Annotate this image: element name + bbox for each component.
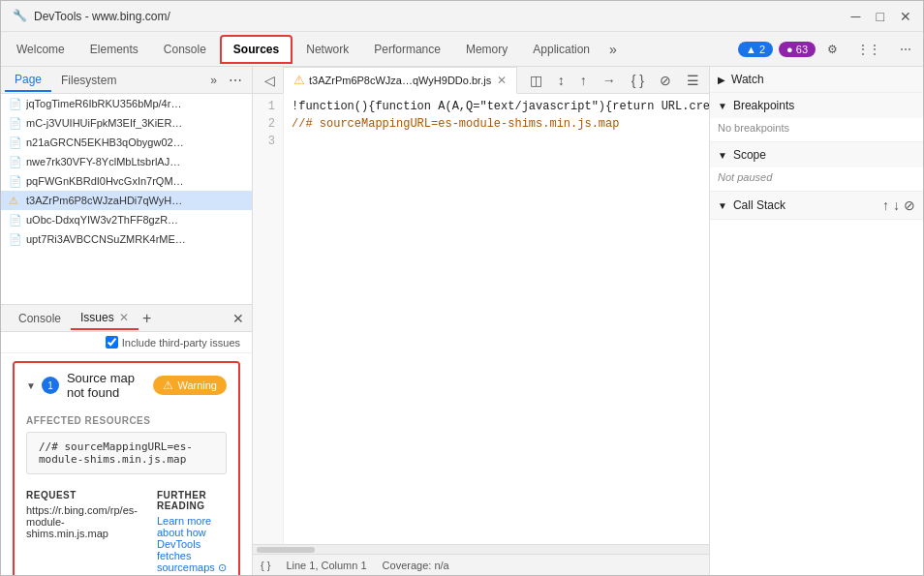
minimize-button[interactable]: ─ [851,9,861,24]
tab-issues[interactable]: Issues ✕ [71,307,139,330]
call-stack-section: ▼ Call Stack ↑ ↓ ⊘ [710,192,923,220]
scrollbar-thumb[interactable] [257,547,315,553]
maximize-button[interactable]: □ [877,9,884,24]
watch-header[interactable]: ▶ Watch [710,67,923,92]
further-link[interactable]: Learn more about how DevTools fetches so… [157,515,227,574]
line-number: 1 [261,98,275,115]
file-list: 📄 jqTogTimeR6IbRKU356bMp/4r… 📄 mC-j3VUIH… [1,94,252,304]
tab-memory[interactable]: Memory [454,37,519,62]
breakpoint-icon[interactable]: ⊘ [654,71,677,90]
list-item[interactable]: 📄 n21aGRCN5EKHB3qObygw02… [1,133,252,152]
tab-performance[interactable]: Performance [362,37,452,62]
line-number: 2 [261,115,275,133]
devtools-favicon: 🔧 [13,9,28,24]
file-icon-warning: ⚠ [9,194,22,207]
call-stack-label: Call Stack [733,198,878,212]
issues-tab-close[interactable]: ✕ [119,311,129,324]
tab-page[interactable]: Page [5,69,51,92]
editor-tab-close[interactable]: ✕ [497,74,507,87]
settings-icon[interactable]: ⚙ [819,39,846,60]
pretty-print-icon[interactable]: { } [626,71,650,90]
scope-header[interactable]: ▼ Scope [710,142,923,167]
file-icon: 📄 [9,213,22,227]
nav-icons: ▲ 2 ● 63 ⚙ ⋮⋮ ⋯ [738,39,919,60]
toggle-panel-icon[interactable]: ↕ [552,71,570,90]
tab-filesystem[interactable]: Filesystem [51,70,126,91]
editor-tab-active[interactable]: ⚠ t3AZrPm6P8cWJza…qWyH9DDo.br.js ✕ [283,67,517,94]
request-col: REQUEST https://r.bing.com/rp/es-module-… [26,490,138,574]
editor-status-bar: { } Line 1, Column 1 Coverage: n/a [253,554,709,575]
call-stack-header[interactable]: ▼ Call Stack ↑ ↓ ⊘ [710,192,923,219]
list-item[interactable]: 📄 nwe7rk30VFY-8YclMbLtsbrlAJ… [1,152,252,171]
bottom-tab-bar: Console Issues ✕ + ✕ [1,305,252,332]
editor-tab-warning-icon: ⚠ [293,73,305,87]
horizontal-scrollbar[interactable] [253,544,709,554]
file-icon: 📄 [9,116,22,130]
code-area[interactable]: 1 2 3 !function(){function A(A,Q="text/j… [253,94,709,544]
resource-code-box: //# sourceMappingURL=es-module-shims.min… [26,432,227,474]
code-content[interactable]: !function(){function A(A,Q="text/javascr… [284,94,709,544]
format-icon[interactable]: ◫ [524,71,548,90]
scope-section: ▼ Scope Not paused [710,142,923,192]
nav-more-icon[interactable]: » [603,38,623,61]
issue-group-header[interactable]: ▼ 1 Source map not found Warning [15,363,238,408]
list-item[interactable]: 📄 pqFWGnKBRdI0HvcGxIn7rQM… [1,171,252,191]
further-label: FURTHER READING [157,490,227,511]
panel-options-icon[interactable]: ⋯ [223,71,248,90]
list-item[interactable]: 📄 upt7Ri3AVBCCNSuZMRK4rME… [1,229,252,249]
navigate-icon[interactable]: → [597,71,622,90]
editor-prev-icon[interactable]: ◁ [257,69,283,92]
code-line: //# sourceMappingURL=es-module-shims.min… [292,115,701,133]
list-item[interactable]: 📄 jqTogTimeR6IbRKU356bMp/4r… [1,94,252,113]
list-item-selected[interactable]: ⚠ t3AZrPm6P8cWJzaHDi7qWyH… [1,191,252,210]
editor-tab-bar: ◁ ⚠ t3AZrPm6P8cWJza…qWyH9DDo.br.js ✕ ◫ ↕… [253,67,709,94]
tab-sources[interactable]: Sources [220,35,293,64]
call-stack-down-icon[interactable]: ↓ [893,197,900,213]
window-controls: ─ □ ✕ [851,9,911,24]
tab-console[interactable]: Console [152,37,218,62]
include-third-party-label: Include third-party issues [122,337,240,349]
file-icon: 📄 [9,136,22,149]
include-third-party-checkbox[interactable] [106,336,118,349]
breakpoints-chevron-icon: ▼ [718,101,727,111]
more-editor-icon[interactable]: ☰ [681,71,705,90]
affected-resources: AFFECTED RESOURCES //# sourceMappingURL=… [15,408,238,474]
issue-title: Source map not found [67,371,154,400]
include-third-party-row: Include third-party issues [1,332,252,353]
coverage-info: Coverage: n/a [383,560,449,571]
call-stack-up-icon[interactable]: ↑ [882,197,889,213]
list-item[interactable]: 📄 uObc-DdxqYIW3v2ThFF8gzR… [1,210,252,229]
add-tab-icon[interactable]: + [142,310,151,327]
main-layout: Page Filesystem » ⋯ 📄 jqTogTimeR6IbRKU35… [1,67,923,575]
dock-icon[interactable]: ⋮⋮ [849,39,888,60]
brace-icon: { } [261,560,270,571]
list-item[interactable]: 📄 mC-j3VUIHUiFpkM3EIf_3KiER… [1,113,252,133]
main-nav: Welcome Elements Console Sources Network… [1,32,923,67]
tab-welcome[interactable]: Welcome [5,37,77,62]
debugger-panel: ▶ Watch ▼ Breakpoints No breakpoints ▼ S… [710,67,923,575]
breakpoints-header[interactable]: ▼ Breakpoints [710,93,923,118]
tab-console-bottom[interactable]: Console [9,308,71,329]
warning-count-badge[interactable]: ▲ 2 [738,42,773,57]
affected-label: AFFECTED RESOURCES [26,415,227,426]
editor-tab-right-icons: ◫ ↕ ↑ → { } ⊘ ☰ [524,71,705,90]
tab-network[interactable]: Network [294,37,360,62]
close-bottom-panel[interactable]: ✕ [232,311,244,326]
scroll-top-icon[interactable]: ↑ [574,71,593,90]
close-window-button[interactable]: ✕ [900,9,911,24]
issue-count: 1 [42,377,59,394]
scope-label: Scope [733,148,766,162]
issues-scroll-area[interactable]: Include third-party issues ▼ 1 Source ma… [1,332,252,575]
tab-application[interactable]: Application [521,37,601,62]
warning-severity-badge: Warning [153,376,227,395]
code-line: !function(){function A(A,Q="text/javascr… [292,98,701,115]
more-options-icon[interactable]: ⋯ [892,39,919,60]
line-column-info: Line 1, Column 1 [286,560,366,571]
call-stack-chevron-icon: ▼ [718,200,727,211]
issue-count-badge[interactable]: ● 63 [779,42,816,57]
scope-content: Not paused [710,167,923,191]
code-line [292,133,701,150]
panel-more-icon[interactable]: » [204,72,223,89]
call-stack-block-icon[interactable]: ⊘ [904,197,915,213]
tab-elements[interactable]: Elements [78,37,150,62]
